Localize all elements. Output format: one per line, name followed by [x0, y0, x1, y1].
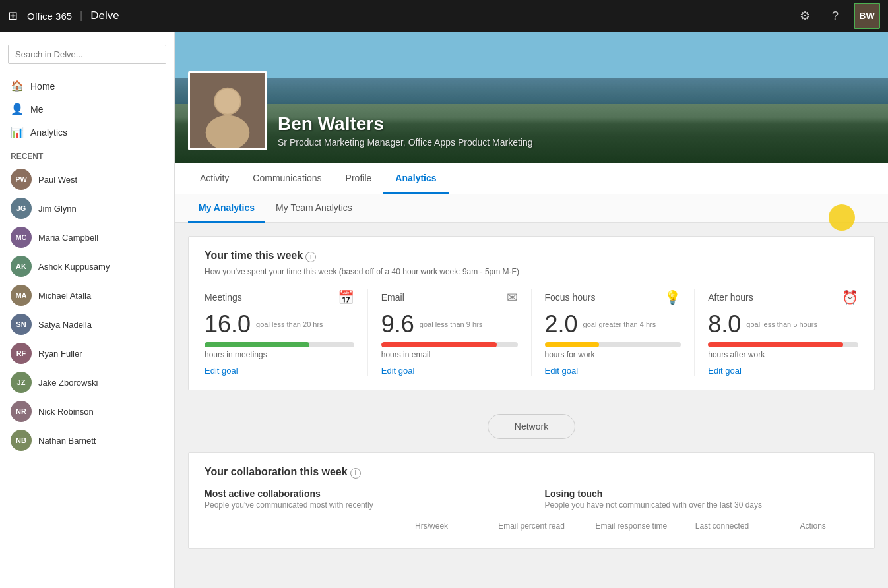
col-header-email-response: Email response time: [586, 521, 677, 531]
subtab-team-analytics[interactable]: My Team Analytics: [265, 194, 363, 223]
recent-item[interactable]: JZ Jake Zborowski: [0, 368, 174, 397]
progress-bar-container: [205, 342, 354, 347]
time-card-title: Your time this week: [205, 250, 303, 262]
main-content: Ben Walters Sr Product Marketing Manager…: [175, 32, 888, 588]
time-card-subtitle: How you've spent your time this week (ba…: [205, 267, 858, 276]
recent-avatar: JG: [11, 198, 32, 219]
collab-header: Most active collaborations People you've…: [205, 488, 858, 510]
col-header-actions: Actions: [767, 521, 858, 531]
tab-activity[interactable]: Activity: [188, 163, 241, 194]
subtab-my-analytics[interactable]: My Analytics: [188, 194, 265, 223]
sidebar-item-analytics-label: Analytics: [30, 127, 67, 138]
progress-bar: [381, 342, 497, 347]
time-card-info-icon[interactable]: i: [305, 252, 316, 262]
col-header-email-read: Email percent read: [477, 521, 586, 531]
losing-touch-subtitle: People you have not communicated with ov…: [545, 500, 859, 510]
recent-person-name: Nick Robinson: [38, 407, 94, 417]
me-icon: 👤: [11, 103, 24, 115]
sidebar-item-home[interactable]: 🏠 Home: [0, 74, 174, 98]
progress-bar-container: [545, 342, 682, 347]
profile-photo: [188, 71, 267, 150]
analytics-content: Your time this week i How you've spent y…: [175, 223, 888, 573]
edit-goal-link[interactable]: Edit goal: [545, 366, 579, 376]
analytics-icon: 📊: [11, 126, 24, 138]
losing-touch-title: Losing touch: [545, 488, 859, 499]
metric-label: Focus hours: [545, 292, 596, 303]
metric-meetings: Meetings 📅 16.0 goal less than 20 hrs ho…: [205, 289, 368, 376]
network-button[interactable]: Network: [488, 414, 575, 439]
recent-item[interactable]: MC Maria Campbell: [0, 223, 174, 252]
metric-icon: 📅: [338, 289, 354, 305]
recent-item[interactable]: PW Paul West: [0, 165, 174, 194]
tab-profile[interactable]: Profile: [334, 163, 384, 194]
recent-item[interactable]: RF Ryan Fuller: [0, 339, 174, 368]
edit-goal-link[interactable]: Edit goal: [381, 366, 415, 376]
grid-icon[interactable]: ⊞: [8, 9, 18, 23]
profile-name: Ben Walters: [278, 113, 532, 134]
metric-goal-line: 2.0 goal greater than 4 hrs: [545, 310, 682, 338]
recent-item[interactable]: JG Jim Glynn: [0, 194, 174, 223]
col-header-hrs: Hrs/week: [386, 521, 477, 531]
metrics-grid: Meetings 📅 16.0 goal less than 20 hrs ho…: [205, 289, 858, 376]
tab-communications[interactable]: Communications: [241, 163, 333, 194]
metric-label: After hours: [708, 292, 753, 303]
recent-person-name: Jim Glynn: [38, 204, 77, 214]
recent-item[interactable]: NB Nathan Barnett: [0, 426, 174, 455]
sidebar-item-home-label: Home: [30, 81, 55, 92]
metric-icon: ✉: [507, 289, 518, 305]
recent-item[interactable]: NR Nick Robinson: [0, 397, 174, 426]
tab-analytics[interactable]: Analytics: [383, 163, 448, 194]
metric-label: Email: [381, 292, 404, 303]
progress-bar-container: [708, 342, 858, 347]
metric-goal-line: 16.0 goal less than 20 hrs: [205, 310, 354, 338]
recent-item[interactable]: AK Ashok Kuppusamy: [0, 252, 174, 281]
collab-card-info-icon[interactable]: i: [350, 468, 361, 479]
profile-title: Sr Product Marketing Manager, Office App…: [278, 137, 532, 148]
most-active-title: Most active collaborations: [205, 488, 519, 499]
sidebar-item-analytics[interactable]: 📊 Analytics: [0, 121, 174, 144]
recent-avatar: NR: [11, 401, 32, 422]
search-input[interactable]: [8, 45, 166, 64]
sub-tabs-bar: My Analytics My Team Analytics: [175, 194, 888, 223]
settings-button[interactable]: ⚙: [793, 4, 817, 28]
collab-card-title: Your collaboration this week: [205, 466, 348, 478]
sidebar-item-me[interactable]: 👤 Me: [0, 98, 174, 121]
metric-value: 8.0: [708, 310, 741, 338]
network-section: Network: [188, 401, 875, 452]
collab-table-header: Hrs/week Email percent read Email respon…: [205, 517, 858, 535]
most-active-subtitle: People you've communicated most with rec…: [205, 500, 519, 510]
metric-after-hours: After hours ⏰ 8.0 goal less than 5 hours…: [695, 289, 858, 376]
recent-item[interactable]: SN Satya Nadella: [0, 310, 174, 339]
avatar[interactable]: BW: [854, 3, 880, 29]
metric-sublabel: hours for work: [545, 350, 682, 359]
metric-header: After hours ⏰: [708, 289, 858, 305]
svg-point-3: [215, 89, 240, 114]
metric-value: 16.0: [205, 310, 251, 338]
col-header-last-connected: Last connected: [677, 521, 768, 531]
recent-person-name: Nathan Barnett: [38, 436, 96, 446]
metric-sublabel: hours in meetings: [205, 350, 354, 359]
edit-goal-link[interactable]: Edit goal: [205, 366, 238, 376]
recent-avatar: MC: [11, 227, 32, 248]
progress-bar: [708, 342, 843, 347]
metric-goal-line: 9.6 goal less than 9 hrs: [381, 310, 518, 338]
recent-avatar: PW: [11, 169, 32, 190]
metric-goal-text: goal less than 9 hrs: [420, 320, 482, 328]
progress-bar: [545, 342, 600, 347]
metric-header: Email ✉: [381, 289, 518, 305]
metric-header: Meetings 📅: [205, 289, 354, 305]
metric-icon: ⏰: [842, 289, 858, 305]
help-button[interactable]: ?: [823, 4, 847, 28]
metric-goal-text: goal less than 20 hrs: [256, 320, 323, 328]
profile-text: Ben Walters Sr Product Marketing Manager…: [278, 113, 532, 150]
recent-item[interactable]: MA Michael Atalla: [0, 281, 174, 310]
metric-sublabel: hours after work: [708, 350, 858, 359]
metric-goal-line: 8.0 goal less than 5 hours: [708, 310, 858, 338]
recent-person-name: Ryan Fuller: [38, 349, 82, 359]
edit-goal-link[interactable]: Edit goal: [708, 366, 742, 376]
profile-info: Ben Walters Sr Product Marketing Manager…: [188, 71, 532, 150]
metric-sublabel: hours in email: [381, 350, 518, 359]
nav-icons: ⚙ ? BW: [793, 3, 880, 29]
recent-label: Recent: [0, 144, 174, 165]
svg-point-2: [206, 115, 250, 150]
